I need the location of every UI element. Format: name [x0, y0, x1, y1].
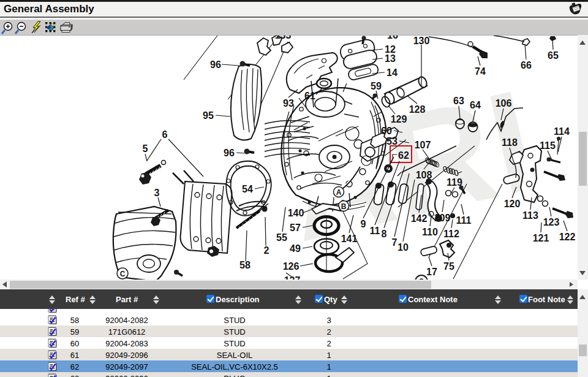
svg-text:106: 106	[496, 98, 512, 109]
svg-text:14: 14	[386, 67, 398, 78]
svg-text:7: 7	[392, 237, 398, 248]
svg-text:49: 49	[290, 243, 301, 254]
svg-text:130: 130	[413, 36, 430, 46]
svg-text:113: 113	[522, 210, 538, 221]
svg-text:111: 111	[456, 215, 472, 226]
svg-text:54: 54	[242, 184, 253, 194]
svg-text:114: 114	[554, 126, 570, 137]
svg-text:11: 11	[370, 226, 380, 236]
svg-text:3: 3	[154, 188, 160, 198]
svg-text:96: 96	[210, 59, 221, 70]
svg-text:129: 129	[391, 114, 407, 124]
svg-text:9: 9	[361, 219, 366, 229]
svg-text:10: 10	[398, 242, 409, 253]
svg-text:128: 128	[409, 104, 426, 115]
svg-text:115: 115	[540, 140, 556, 151]
svg-text:C: C	[120, 270, 126, 278]
svg-text:61: 61	[304, 91, 315, 101]
svg-text:A: A	[336, 188, 342, 197]
svg-text:126: 126	[283, 261, 300, 272]
svg-text:57: 57	[290, 223, 301, 233]
svg-text:96: 96	[224, 148, 235, 158]
svg-text:119: 119	[447, 177, 462, 188]
svg-text:142: 142	[411, 213, 428, 224]
svg-text:140: 140	[288, 208, 304, 218]
svg-text:123: 123	[543, 217, 560, 227]
svg-text:93: 93	[283, 98, 294, 109]
svg-text:58: 58	[239, 260, 251, 270]
svg-text:109: 109	[434, 213, 451, 223]
svg-text:2: 2	[264, 245, 270, 256]
svg-text:8: 8	[382, 229, 387, 239]
svg-text:75: 75	[443, 261, 454, 272]
svg-text:120: 120	[504, 199, 521, 209]
svg-text:118: 118	[502, 137, 518, 148]
svg-text:110: 110	[422, 227, 438, 237]
svg-text:5: 5	[143, 143, 148, 154]
svg-text:59: 59	[371, 81, 382, 91]
svg-text:B: B	[341, 202, 347, 211]
svg-text:65: 65	[548, 50, 559, 61]
svg-text:95: 95	[203, 110, 214, 121]
svg-text:64: 64	[470, 100, 481, 110]
svg-text:62: 62	[398, 150, 409, 161]
svg-text:107: 107	[415, 140, 431, 150]
svg-text:13: 13	[385, 53, 396, 64]
svg-text:108: 108	[416, 170, 432, 180]
svg-text:55: 55	[276, 232, 287, 243]
svg-text:60: 60	[381, 126, 392, 136]
svg-text:17: 17	[426, 267, 437, 277]
svg-text:121: 121	[533, 233, 549, 243]
svg-text:53: 53	[386, 136, 398, 147]
svg-text:66: 66	[521, 60, 532, 70]
svg-text:122: 122	[559, 232, 576, 242]
svg-text:141: 141	[341, 234, 358, 244]
svg-text:6: 6	[162, 129, 168, 140]
svg-text:112: 112	[443, 229, 459, 239]
svg-text:63: 63	[453, 96, 464, 106]
svg-text:74: 74	[475, 66, 486, 77]
